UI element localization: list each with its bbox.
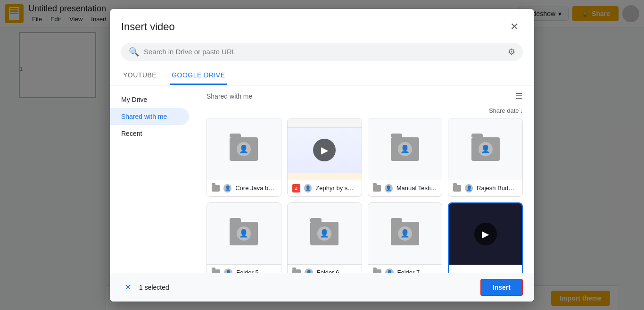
file-card-1[interactable]: 👤 👤 Core Java by ...: [206, 118, 281, 197]
nav-shared-with-me[interactable]: Shared with me: [110, 108, 189, 125]
video-screenshot-2: ▶: [288, 118, 362, 180]
search-bar: 🔍 ⚙: [121, 43, 523, 61]
file-info-6: 👤 Folder 6: [288, 264, 362, 273]
file-card-5[interactable]: 👤 👤 Folder 5: [206, 202, 281, 273]
content-area: Shared with me ☰ Share date ↓: [195, 85, 534, 273]
selected-count: 1 selected: [139, 284, 169, 291]
file-name-7: Folder 7: [397, 269, 420, 273]
nav-sidebar: My Drive Shared with me Recent: [110, 85, 195, 273]
file-thumb-6: 👤: [288, 203, 362, 264]
file-info-5: 👤 Folder 5: [207, 264, 281, 273]
files-grid-row1: 👤 👤 Core Java by ...: [203, 118, 527, 197]
owner-icon-2: 👤: [304, 184, 312, 193]
folder-icon-6: 👤: [310, 222, 339, 245]
file-name-3: Manual Testin...: [396, 184, 437, 192]
file-thumb-5: 👤: [207, 203, 281, 264]
nav-recent[interactable]: Recent: [110, 125, 189, 142]
folder-small-icon-7: [373, 269, 381, 273]
folder-icon-4: 👤: [471, 137, 500, 161]
file-name-5: Folder 5: [236, 269, 259, 273]
sort-bar: Share date ↓: [203, 105, 527, 118]
tabs-bar: YOUTUBE GOOGLE DRIVE: [110, 67, 534, 85]
modal-overlay: Insert video ✕ 🔍 ⚙ YOUTUBE GOOGLE DRIVE …: [0, 0, 644, 310]
play-button-2: ▶: [313, 139, 336, 161]
nav-my-drive[interactable]: My Drive: [110, 91, 189, 108]
file-info-7: 👤 Folder 7: [368, 264, 442, 273]
folder-small-icon-4: [453, 185, 461, 192]
modal-header: Insert video ✕: [110, 9, 534, 35]
folder-icon-1: 👤: [230, 137, 258, 161]
filter-icon[interactable]: ⚙: [508, 47, 515, 57]
person-icon-5: 👤: [237, 226, 251, 241]
folder-small-icon-1: [212, 185, 220, 192]
vs-top: [288, 118, 362, 128]
file-name-4: Rajesh Buddh...: [477, 184, 518, 192]
clear-selection-button[interactable]: ✕: [121, 281, 134, 294]
person-icon-1: 👤: [237, 142, 251, 156]
folder-icon-7: 👤: [391, 222, 419, 245]
person-icon-7: 👤: [398, 226, 412, 241]
selected-info: ✕ 1 selected: [121, 281, 169, 294]
file-thumb-8: ▶: [449, 203, 522, 265]
owner-icon-3: 👤: [385, 184, 393, 193]
file-thumb-3: 👤: [368, 118, 442, 180]
files-grid-row2: 👤 👤 Folder 5 👤: [203, 202, 527, 273]
search-input[interactable]: [144, 48, 503, 56]
file-card-7[interactable]: 👤 👤 Folder 7: [368, 202, 443, 273]
file-name-2: Zephyr by san...: [315, 184, 356, 192]
modal-footer: ✕ 1 selected Insert: [110, 273, 534, 302]
vs-bottom: [288, 173, 362, 180]
modal-title: Insert video: [121, 21, 175, 33]
vs-content: ▶: [288, 128, 362, 173]
file-card-4[interactable]: 👤 👤 Rajesh Buddh...: [448, 118, 523, 197]
owner-icon-5: 👤: [224, 268, 232, 273]
sort-label: Share date: [489, 107, 519, 114]
file-card-2[interactable]: ▶ Z 👤 Zephyr by san...: [287, 118, 362, 197]
folder-icon-5: 👤: [230, 222, 258, 245]
section-title: Shared with me: [206, 92, 252, 100]
tab-google-drive[interactable]: GOOGLE DRIVE: [170, 67, 227, 85]
insert-video-modal: Insert video ✕ 🔍 ⚙ YOUTUBE GOOGLE DRIVE …: [110, 9, 534, 302]
modal-body: My Drive Shared with me Recent Shared wi…: [110, 85, 534, 273]
file-info-1: 👤 Core Java by ...: [207, 180, 281, 196]
folder-small-icon-6: [292, 269, 301, 273]
insert-button[interactable]: Insert: [480, 279, 523, 296]
file-thumb-2: ▶: [288, 118, 362, 180]
file-info-2: Z 👤 Zephyr by san...: [288, 180, 362, 196]
person-icon-3: 👤: [398, 142, 412, 156]
content-header: Shared with me ☰: [203, 85, 527, 105]
file-info-3: 👤 Manual Testin...: [368, 180, 442, 196]
sort-arrow-icon: ↓: [520, 107, 523, 114]
file-name-6: Folder 6: [317, 269, 339, 273]
folder-icon-3: 👤: [391, 137, 419, 161]
search-icon: 🔍: [129, 47, 139, 57]
modal-close-button[interactable]: ✕: [506, 18, 523, 35]
sort-button[interactable]: Share date ↓: [489, 107, 523, 114]
owner-icon-7: 👤: [385, 268, 394, 273]
owner-icon-4: 👤: [465, 184, 473, 193]
file-thumb-4: 👤: [448, 118, 522, 180]
folder-small-icon-3: [373, 185, 381, 192]
file-name-1: Core Java by ...: [235, 184, 276, 192]
file-thumb-7: 👤: [368, 203, 442, 264]
play-button-8: ▶: [474, 223, 497, 245]
file-info-4: 👤 Rajesh Buddh...: [448, 180, 522, 196]
list-view-icon[interactable]: ☰: [515, 91, 523, 101]
file-thumb-1: 👤: [207, 118, 281, 180]
owner-icon-1: 👤: [223, 184, 231, 193]
person-icon-4: 👤: [479, 142, 493, 156]
folder-small-icon-5: [212, 269, 220, 273]
person-icon-6: 👤: [317, 226, 331, 241]
owner-icon-6: 👤: [305, 268, 313, 273]
file-card-8[interactable]: ▶: [448, 202, 523, 273]
file-card-6[interactable]: 👤 👤 Folder 6: [287, 202, 362, 273]
file-card-3[interactable]: 👤 👤 Manual Testin...: [368, 118, 443, 197]
tab-youtube[interactable]: YOUTUBE: [121, 67, 158, 85]
red-badge-icon-2: Z: [292, 184, 300, 193]
